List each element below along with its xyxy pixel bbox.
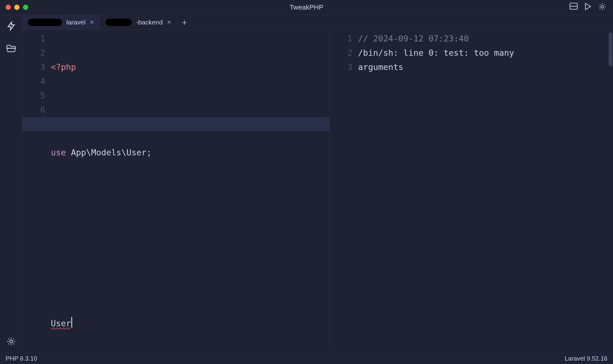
bolt-icon[interactable] <box>7 20 16 33</box>
line-gutter: 1 2 3 <box>329 30 358 353</box>
content: laravel × -backend × ＋ 1 2 3 4 5 <box>22 15 613 353</box>
editor-split: 1 2 3 4 5 6 7 <?php use App\Models\User;… <box>22 30 613 353</box>
svg-marker-2 <box>585 3 591 10</box>
titlebar-actions <box>570 3 613 12</box>
laravel-version: Laravel 9.52.16 <box>565 355 607 362</box>
window-controls <box>0 5 28 10</box>
tab-label: laravel <box>66 19 86 26</box>
run-button[interactable] <box>584 3 591 12</box>
main-area: laravel × -backend × ＋ 1 2 3 4 5 <box>0 15 613 353</box>
settings-bottom-button[interactable] <box>7 337 16 347</box>
php-version: PHP 8.3.10 <box>6 355 37 362</box>
layout-toggle-button[interactable] <box>570 3 578 12</box>
close-icon[interactable]: × <box>167 18 171 26</box>
folder-open-icon[interactable] <box>6 44 16 54</box>
code-editor[interactable]: 1 2 3 4 5 6 7 <?php use App\Models\User;… <box>22 30 329 353</box>
tabs: laravel × -backend × ＋ <box>22 15 613 30</box>
tab-laravel[interactable]: laravel × <box>22 15 100 29</box>
minimize-window-button[interactable] <box>14 5 20 10</box>
maximize-window-button[interactable] <box>23 5 28 10</box>
titlebar: TweakPHP <box>0 0 613 15</box>
tab-backend[interactable]: -backend × <box>100 15 177 29</box>
output-area: // 2024-09-12 07:23:40/bin/sh: line 0: t… <box>358 30 613 353</box>
tab-redacted-prefix <box>28 19 62 26</box>
add-tab-button[interactable]: ＋ <box>177 15 192 29</box>
line-gutter: 1 2 3 4 5 6 7 <box>22 30 51 353</box>
sidebar <box>0 15 22 353</box>
close-window-button[interactable] <box>6 5 11 10</box>
text-cursor <box>71 317 72 327</box>
app-title: TweakPHP <box>0 3 613 11</box>
tab-label: -backend <box>136 19 163 26</box>
settings-button[interactable] <box>598 3 606 12</box>
code-area[interactable]: <?php use App\Models\User; User User (Ap… <box>51 30 329 353</box>
close-icon[interactable]: × <box>90 18 94 26</box>
svg-marker-4 <box>8 22 14 30</box>
output-pane[interactable]: 1 2 3 // 2024-09-12 07:23:40/bin/sh: lin… <box>329 30 613 353</box>
tab-redacted-prefix <box>105 19 132 26</box>
svg-point-3 <box>601 6 603 8</box>
svg-point-5 <box>10 340 12 343</box>
